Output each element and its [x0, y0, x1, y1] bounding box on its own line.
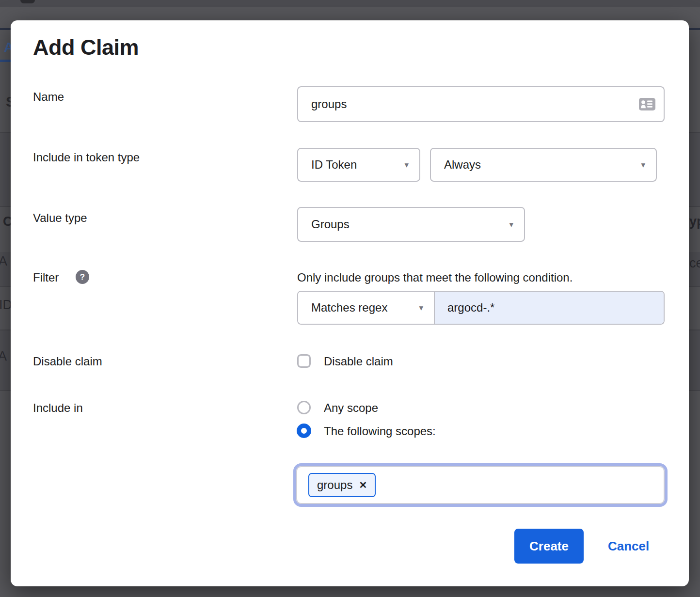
filter-pattern-wrap	[435, 292, 664, 324]
token-type-selected-value: ID Token	[298, 158, 357, 172]
create-button[interactable]: Create	[514, 529, 584, 564]
any-scope-radio[interactable]	[297, 401, 311, 414]
name-label: Name	[33, 90, 64, 104]
filter-condition-select[interactable]: Matches regex ▾	[298, 292, 435, 324]
background-text-fragment: ce	[689, 256, 700, 271]
any-scope-radio-label[interactable]: Any scope	[324, 401, 378, 415]
name-input-wrap	[297, 86, 665, 122]
token-frequency-selected-value: Always	[431, 158, 481, 172]
token-type-select[interactable]: ID Token ▾	[297, 148, 420, 182]
following-scopes-radio-label[interactable]: The following scopes:	[324, 424, 436, 438]
background-text-fragment: A	[0, 349, 7, 364]
token-frequency-select[interactable]: Always ▾	[430, 148, 657, 182]
modal-title: Add Claim	[33, 35, 139, 60]
scope-chip: groups ✕	[308, 473, 376, 497]
scopes-input[interactable]: groups ✕	[293, 463, 668, 507]
name-input[interactable]	[298, 87, 664, 121]
value-type-label: Value type	[33, 211, 87, 225]
include-in-label: Include in	[33, 401, 83, 415]
disable-claim-checkbox-label[interactable]: Disable claim	[324, 355, 393, 368]
remove-scope-icon[interactable]: ✕	[359, 480, 367, 490]
background-text-fragment: yp	[689, 214, 700, 229]
cancel-button[interactable]: Cancel	[608, 529, 649, 564]
background-top-navbar	[0, 0, 700, 7]
background-active-tab-underline	[0, 60, 11, 62]
value-type-selected-value: Groups	[298, 218, 350, 231]
add-claim-modal: Add Claim Name Include in token type ID …	[11, 20, 689, 586]
contact-card-icon	[638, 97, 656, 111]
chevron-down-icon: ▾	[404, 161, 409, 169]
filter-description: Only include groups that meet the follow…	[297, 271, 573, 284]
chevron-down-icon: ▾	[641, 161, 645, 169]
filter-label: Filter	[33, 271, 59, 284]
disable-claim-label: Disable claim	[33, 355, 102, 368]
chevron-down-icon: ▾	[509, 220, 513, 229]
value-type-select[interactable]: Groups ▾	[297, 207, 525, 242]
scope-chip-label: groups	[317, 478, 352, 492]
following-scopes-radio[interactable]	[297, 424, 311, 438]
screen: A S C A ID A yp ce Add Claim Name Includ…	[0, 0, 700, 597]
disable-claim-checkbox[interactable]	[297, 354, 311, 368]
filter-condition-selected-value: Matches regex	[298, 301, 387, 314]
help-icon[interactable]: ?	[76, 270, 89, 284]
token-type-label: Include in token type	[33, 151, 140, 164]
chevron-down-icon: ▾	[419, 304, 423, 312]
filter-condition-group: Matches regex ▾	[297, 291, 665, 325]
background-logo	[20, 0, 35, 3]
filter-pattern-input[interactable]	[435, 292, 664, 324]
background-text-fragment: A	[0, 254, 7, 269]
